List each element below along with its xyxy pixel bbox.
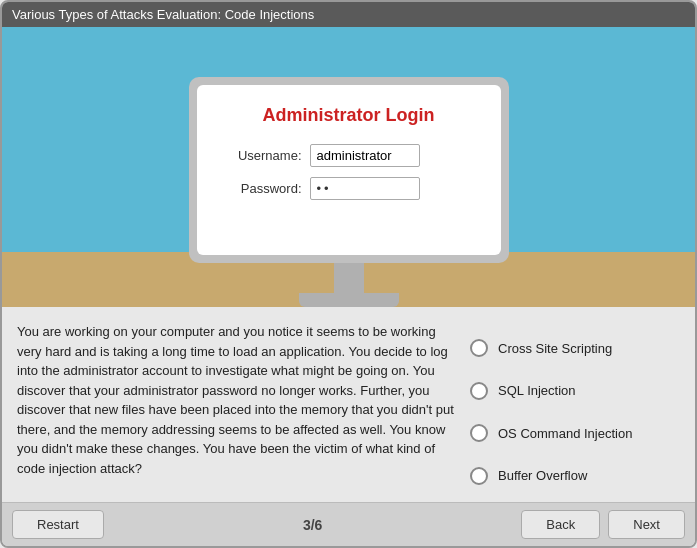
restart-button[interactable]: Restart bbox=[12, 510, 104, 539]
answer-option-4[interactable]: Buffer Overflow bbox=[470, 463, 680, 489]
password-label: Password: bbox=[227, 181, 302, 196]
radio-4[interactable] bbox=[470, 467, 488, 485]
answer-label-3: OS Command Injection bbox=[498, 426, 632, 441]
monitor-area: Administrator Login Username: Password: bbox=[2, 27, 695, 307]
answers-area: Cross Site Scripting SQL Injection OS Co… bbox=[470, 322, 680, 502]
password-row: Password: bbox=[227, 177, 471, 200]
answer-label-1: Cross Site Scripting bbox=[498, 341, 612, 356]
question-area: You are working on your computer and you… bbox=[17, 322, 455, 502]
page-counter: 3/6 bbox=[303, 517, 322, 533]
back-button[interactable]: Back bbox=[521, 510, 600, 539]
main-content: Administrator Login Username: Password: … bbox=[2, 27, 695, 502]
monitor-stand-base bbox=[299, 293, 399, 307]
answer-label-4: Buffer Overflow bbox=[498, 468, 587, 483]
password-input[interactable] bbox=[310, 177, 420, 200]
answer-option-1[interactable]: Cross Site Scripting bbox=[470, 335, 680, 361]
title-text: Various Types of Attacks Evaluation: Cod… bbox=[12, 7, 314, 22]
monitor-screen: Administrator Login Username: Password: bbox=[197, 85, 501, 255]
footer: Restart 3/6 Back Next bbox=[2, 502, 695, 546]
next-button[interactable]: Next bbox=[608, 510, 685, 539]
username-input[interactable] bbox=[310, 144, 420, 167]
login-title: Administrator Login bbox=[227, 105, 471, 126]
title-bar: Various Types of Attacks Evaluation: Cod… bbox=[2, 2, 695, 27]
answer-label-2: SQL Injection bbox=[498, 383, 576, 398]
bottom-section: You are working on your computer and you… bbox=[2, 307, 695, 502]
answer-option-2[interactable]: SQL Injection bbox=[470, 378, 680, 404]
username-label: Username: bbox=[227, 148, 302, 163]
username-row: Username: bbox=[227, 144, 471, 167]
radio-3[interactable] bbox=[470, 424, 488, 442]
radio-1[interactable] bbox=[470, 339, 488, 357]
answer-option-3[interactable]: OS Command Injection bbox=[470, 420, 680, 446]
monitor-stand-neck bbox=[334, 263, 364, 293]
monitor-screen-outer: Administrator Login Username: Password: bbox=[189, 77, 509, 263]
question-text: You are working on your computer and you… bbox=[17, 322, 455, 478]
monitor: Administrator Login Username: Password: bbox=[189, 77, 509, 307]
radio-2[interactable] bbox=[470, 382, 488, 400]
